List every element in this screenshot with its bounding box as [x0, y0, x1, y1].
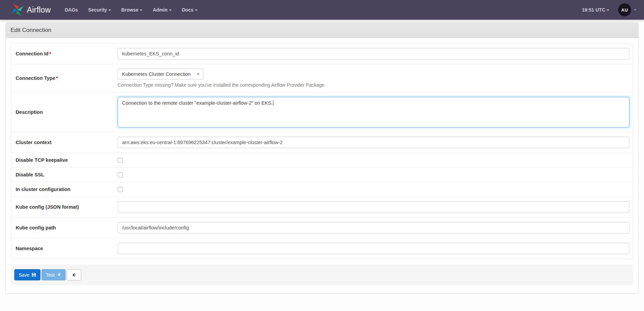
description-textarea[interactable]: Connection to the remote cluster "exampl…	[118, 97, 629, 127]
row-disable-ssl: Disable SSL	[11, 168, 633, 182]
kube-config-json-label: Kube config (JSON format)	[15, 204, 118, 210]
disable-ssl-label: Disable SSL	[15, 172, 118, 177]
back-arrow-icon	[71, 273, 77, 277]
kube-config-path-label: Kube config path	[15, 225, 118, 230]
chevron-down-icon	[195, 10, 198, 11]
kube-config-json-input[interactable]	[118, 201, 629, 213]
row-kube-config-json: Kube config (JSON format)	[11, 197, 633, 218]
nav-item-dags[interactable]: DAGs	[60, 4, 83, 16]
connection-form: Connection Id* Connection Type* Kubernet…	[11, 43, 633, 259]
avatar: AU	[618, 3, 631, 16]
row-disable-tcp-keepalive: Disable TCP keepalive	[11, 153, 633, 168]
timezone-selector[interactable]: 19:51 UTC	[582, 7, 609, 13]
row-description: Description Connection to the remote clu…	[11, 92, 633, 132]
panel-heading: Edit Connection	[6, 23, 638, 38]
airflow-pinwheel-logo-icon	[10, 3, 24, 17]
test-button[interactable]: Test	[41, 269, 66, 280]
row-cluster-context: Cluster context	[11, 132, 633, 153]
chevron-down-icon	[140, 10, 142, 11]
namespace-input[interactable]	[118, 243, 629, 254]
disable-tcp-keepalive-checkbox[interactable]	[118, 158, 123, 163]
nav-item-docs[interactable]: Docs	[177, 4, 203, 16]
test-rocket-icon	[57, 273, 61, 277]
nav-item-admin[interactable]: Admin	[148, 4, 177, 16]
connection-id-label: Connection Id*	[15, 51, 118, 56]
required-asterisk: *	[49, 51, 51, 56]
brand-name: Airflow	[27, 5, 51, 15]
row-connection-type: Connection Type* Kubernetes Cluster Conn…	[11, 64, 633, 92]
panel-body: Connection Id* Connection Type* Kubernet…	[6, 38, 638, 293]
chevron-down-icon	[108, 10, 111, 11]
nav-item-security[interactable]: Security	[83, 4, 116, 16]
nav-menu: DAGs Security Browse Admin Docs	[60, 4, 203, 16]
nav-item-browse[interactable]: Browse	[116, 4, 148, 16]
chevron-down-icon	[169, 10, 172, 11]
namespace-label: Namespace	[15, 246, 118, 251]
connection-type-label: Connection Type*	[15, 75, 118, 81]
connection-type-help-text: Connection Type missing? Make sure you'v…	[118, 82, 629, 88]
cluster-context-label: Cluster context	[15, 140, 118, 145]
back-button[interactable]	[67, 269, 81, 280]
chevron-down-icon	[197, 73, 200, 75]
save-button[interactable]: Save	[14, 269, 40, 280]
row-in-cluster-configuration: In cluster configuration	[11, 182, 633, 197]
row-namespace: Namespace	[11, 238, 633, 259]
row-connection-id: Connection Id*	[11, 44, 633, 64]
row-kube-config-path: Kube config path	[11, 218, 633, 238]
page-title: Edit Connection	[11, 27, 633, 34]
disable-ssl-checkbox[interactable]	[118, 172, 123, 177]
save-floppy-icon	[32, 273, 36, 277]
description-label: Description	[15, 109, 118, 115]
required-asterisk: *	[56, 75, 58, 81]
in-cluster-configuration-checkbox[interactable]	[118, 187, 123, 192]
kube-config-path-input[interactable]	[118, 222, 629, 234]
form-footer: Save Test	[11, 264, 633, 285]
chevron-down-icon	[634, 9, 637, 11]
edit-connection-panel: Edit Connection Connection Id* Connectio…	[5, 22, 639, 294]
cluster-context-input[interactable]	[118, 137, 629, 148]
connection-type-selected-value: Kubernetes Cluster Connection	[122, 71, 191, 77]
in-cluster-configuration-label: In cluster configuration	[15, 187, 118, 192]
connection-type-select[interactable]: Kubernetes Cluster Connection	[118, 69, 203, 80]
airflow-brand[interactable]: Airflow	[10, 3, 51, 17]
user-menu[interactable]: AU	[618, 3, 637, 16]
connection-id-input[interactable]	[118, 48, 629, 59]
disable-tcp-keepalive-label: Disable TCP keepalive	[15, 157, 118, 163]
chevron-down-icon	[607, 10, 609, 11]
top-navbar: Airflow DAGs Security Browse Admin Docs …	[0, 0, 644, 20]
text-cursor	[273, 100, 273, 105]
